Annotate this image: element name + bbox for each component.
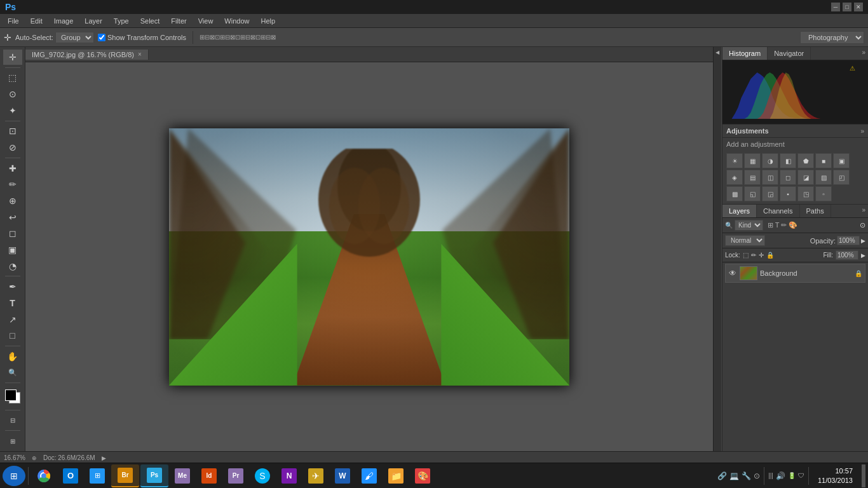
outlook-taskbar-btn[interactable]: O <box>58 464 83 487</box>
quick-mask-button[interactable]: ⊟ <box>3 413 22 428</box>
color-balance-button[interactable]: ▣ <box>833 153 850 168</box>
settings-icon[interactable]: 🔧 <box>742 471 751 480</box>
opacity-arrow[interactable]: ▶ <box>861 238 865 244</box>
onenote-taskbar-btn[interactable]: N <box>276 464 302 487</box>
move-tool[interactable]: ✛ <box>3 50 22 65</box>
chrome-taskbar-btn[interactable] <box>31 464 57 487</box>
toggle-filter-button[interactable]: ⊙ <box>860 221 865 229</box>
background-layer[interactable]: 👁 Background 🔒 <box>725 264 865 283</box>
eyedropper-tool[interactable]: ⊘ <box>3 140 22 155</box>
adj10[interactable]: ▫ <box>815 186 832 201</box>
panel-collapse-bar[interactable]: ◀ <box>713 47 722 451</box>
rectangular-marquee-tool[interactable]: ⬚ <box>3 71 22 86</box>
indesign-taskbar-btn[interactable]: Id <box>196 464 222 487</box>
history-brush-tool[interactable]: ↩ <box>3 210 22 225</box>
exposure-button[interactable]: ◧ <box>780 153 796 168</box>
document-tab-close[interactable]: × <box>138 51 142 58</box>
word-taskbar-btn[interactable]: W <box>330 464 355 487</box>
menu-window[interactable]: Window <box>219 16 254 26</box>
channel-mixer-button[interactable]: ◫ <box>762 170 778 185</box>
path-selection-tool[interactable]: ↗ <box>3 312 22 327</box>
photo-filter-button[interactable]: ▤ <box>744 170 761 185</box>
threshold-button[interactable]: ◰ <box>833 170 850 185</box>
close-button[interactable]: ✕ <box>854 3 863 11</box>
channels-tab[interactable]: Channels <box>757 205 799 217</box>
adjustments-expand[interactable]: » <box>860 128 864 135</box>
document-tab[interactable]: IMG_9702.jpg @ 16.7% (RGB/8) × <box>25 50 149 60</box>
skype-taskbar-btn[interactable]: S <box>250 464 275 487</box>
brush-tool[interactable]: ✏ <box>3 177 22 192</box>
adj8[interactable]: ▪ <box>780 186 796 201</box>
layer-visibility-toggle[interactable]: 👁 <box>728 269 737 278</box>
histogram-tab[interactable]: Histogram <box>722 47 768 60</box>
lock-transparent-icon[interactable]: ⬚ <box>743 252 749 259</box>
explorer-taskbar-btn[interactable]: 📁 <box>383 464 409 487</box>
maps-taskbar-btn[interactable]: ✈ <box>303 464 329 487</box>
hsl-button[interactable]: ■ <box>815 153 832 168</box>
notification-icon[interactable]: 🔗 <box>717 471 727 480</box>
media-encoder-taskbar-btn[interactable]: Me <box>170 464 195 487</box>
screen-mode-button[interactable]: ⊞ <box>3 433 22 449</box>
system-clock[interactable]: 10:57 11/03/2013 <box>813 466 858 485</box>
auto-select-dropdown[interactable]: Group <box>55 32 94 43</box>
gradient-tool[interactable]: ▣ <box>3 242 22 257</box>
dodge-tool[interactable]: ◔ <box>3 259 22 274</box>
opacity-input[interactable] <box>837 236 860 245</box>
show-transform-checkbox[interactable] <box>98 34 105 41</box>
menu-file[interactable]: File <box>3 16 24 26</box>
curves-button[interactable]: ◑ <box>762 153 778 168</box>
photoshop-taskbar-btn[interactable]: Ps <box>140 464 168 487</box>
lock-position-icon[interactable]: ✛ <box>759 252 764 259</box>
zoom-tool[interactable]: 🔍 <box>3 365 22 381</box>
hand-tool[interactable]: ✋ <box>3 349 22 364</box>
canvas-content[interactable] <box>25 62 713 451</box>
brightness-contrast-button[interactable]: ☀ <box>726 153 743 168</box>
paint-taskbar-btn[interactable]: 🖌 <box>356 464 382 487</box>
posterize-button[interactable]: ▨ <box>815 170 832 185</box>
menu-edit[interactable]: Edit <box>25 16 48 26</box>
bw-button[interactable]: ◈ <box>726 170 743 185</box>
adj7[interactable]: ◲ <box>762 186 778 201</box>
kind-dropdown[interactable]: Kind <box>735 220 763 231</box>
bridge-taskbar-btn[interactable]: Br <box>111 464 139 487</box>
menu-type[interactable]: Type <box>109 16 134 26</box>
widget-taskbar-btn[interactable]: ⊞ <box>85 464 110 487</box>
colors-taskbar-btn[interactable]: 🎨 <box>410 464 435 487</box>
volume-icon[interactable]: 🔊 <box>776 471 785 480</box>
show-transform-label[interactable]: Show Transform Controls <box>98 34 186 41</box>
navigator-tab[interactable]: Navigator <box>768 47 811 60</box>
adj9[interactable]: ◳ <box>797 186 814 201</box>
blend-mode-dropdown[interactable]: Normal <box>725 235 765 246</box>
window-controls[interactable]: ─ □ ✕ <box>831 3 863 11</box>
menu-filter[interactable]: Filter <box>166 16 191 26</box>
color-lookup-button[interactable]: ◻ <box>780 170 796 185</box>
menu-help[interactable]: Help <box>255 16 280 26</box>
menu-view[interactable]: View <box>193 16 219 26</box>
clone-stamp-tool[interactable]: ⊕ <box>3 193 22 208</box>
lock-all-icon[interactable]: 🔒 <box>766 252 774 259</box>
menu-select[interactable]: Select <box>135 16 165 26</box>
show-desktop-button[interactable] <box>862 464 865 487</box>
menu-image[interactable]: Image <box>49 16 79 26</box>
menu-layer[interactable]: Layer <box>79 16 107 26</box>
levels-button[interactable]: ▦ <box>744 153 761 168</box>
histogram-expand-icon[interactable]: » <box>859 47 868 60</box>
pen-tool[interactable]: ✒ <box>3 279 22 294</box>
gradient-map-button[interactable]: ▩ <box>726 186 743 201</box>
fill-input[interactable] <box>836 250 858 260</box>
paths-tab[interactable]: Paths <box>800 205 831 217</box>
start-button[interactable]: ⊞ <box>3 466 25 486</box>
vibrance-button[interactable]: ⬟ <box>797 153 814 168</box>
update-icon[interactable]: ⊙ <box>754 471 760 480</box>
fill-arrow[interactable]: ▶ <box>861 252 865 259</box>
maximize-button[interactable]: □ <box>843 3 851 11</box>
type-tool[interactable]: T <box>3 295 22 311</box>
lock-pixels-icon[interactable]: ✏ <box>751 252 756 259</box>
shape-tool[interactable]: □ <box>3 328 22 343</box>
arrow-icon[interactable]: ▶ <box>102 455 106 461</box>
layers-expand-icon[interactable]: » <box>859 205 868 217</box>
spot-healing-tool[interactable]: ✚ <box>3 161 22 176</box>
premiere-taskbar-btn[interactable]: Pr <box>223 464 248 487</box>
lasso-tool[interactable]: ⊙ <box>3 86 22 102</box>
selective-color-button[interactable]: ◱ <box>744 186 761 201</box>
